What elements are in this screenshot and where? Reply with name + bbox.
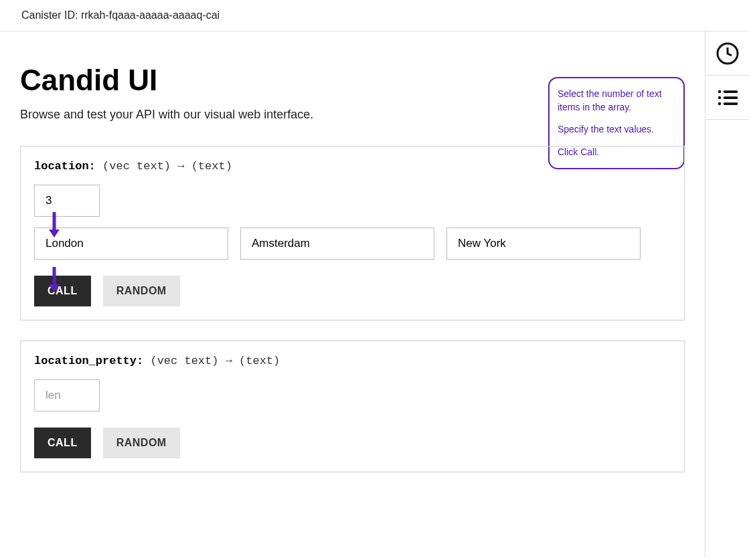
array-length-input[interactable] [34, 185, 100, 217]
call-button[interactable]: CALL [34, 428, 91, 458]
text-inputs-row [34, 227, 671, 260]
method-type: (vec text) → (text) [102, 160, 232, 173]
canister-id-label: Canister ID: rrkah-fqaaa-aaaaa-aaaaq-cai [21, 9, 220, 21]
svg-point-5 [718, 90, 721, 93]
sidebar-list-button[interactable] [705, 76, 750, 120]
random-button[interactable]: RANDOM [103, 428, 180, 458]
clock-icon [716, 41, 740, 66]
method-card-location-pretty: location_pretty: (vec text) → (text) CAL… [20, 341, 685, 472]
array-item-input[interactable] [240, 227, 434, 260]
content-area: Candid UI Browse and test your API with … [0, 31, 705, 558]
list-icon [716, 86, 740, 110]
random-button[interactable]: RANDOM [103, 276, 180, 306]
method-signature: location_pretty: (vec text) → (text) [34, 355, 671, 367]
method-name: location_pretty: [34, 355, 143, 367]
callout-line: Specify the text values. [558, 123, 675, 136]
topbar: Canister ID: rrkah-fqaaa-aaaaa-aaaaq-cai [0, 0, 749, 31]
callout-line: Select the number of text items in the a… [558, 88, 675, 114]
method-signature: location: (vec text) → (text) [34, 160, 671, 173]
array-item-input[interactable] [446, 227, 641, 260]
array-length-input[interactable] [34, 379, 100, 411]
method-name: location: [34, 160, 96, 173]
method-type: (vec text) → (text) [150, 355, 280, 367]
array-item-input[interactable] [34, 227, 228, 260]
call-button[interactable]: CALL [34, 276, 91, 306]
svg-point-9 [718, 102, 721, 105]
button-row: CALL RANDOM [34, 428, 671, 458]
method-card-location: location: (vec text) → (text) CALL [20, 146, 685, 320]
svg-point-7 [718, 96, 721, 99]
right-sidebar [705, 31, 749, 558]
button-row: CALL RANDOM [34, 276, 671, 306]
sidebar-history-button[interactable] [705, 31, 750, 76]
